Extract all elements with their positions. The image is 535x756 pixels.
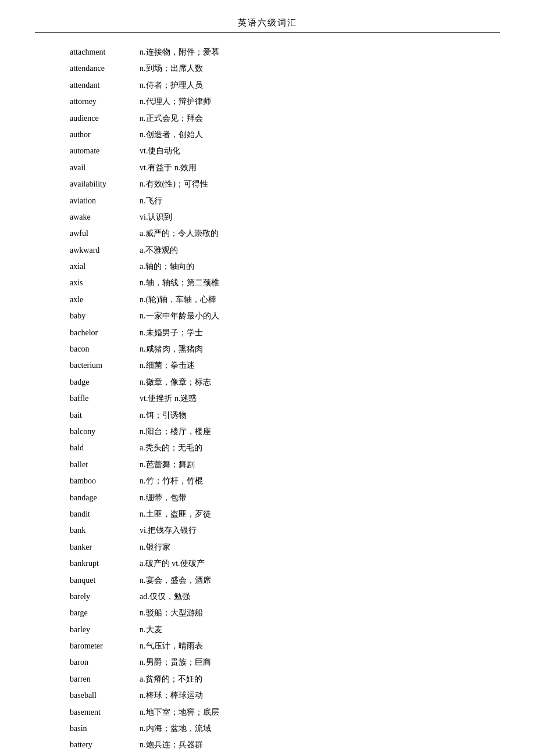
vocab-definition: n.炮兵连；兵器群: [128, 737, 500, 753]
vocab-word: attendant: [35, 77, 128, 94]
vocab-word: awful: [35, 225, 128, 242]
vocab-row: bafflevt.使挫折 n.迷惑: [35, 390, 500, 407]
vocab-definition: vt.使自动化: [128, 143, 500, 159]
vocab-definition: a.不雅观的: [128, 242, 500, 259]
vocab-word: attendance: [35, 60, 128, 77]
vocab-definition: n.棒球；棒球运动: [128, 687, 500, 704]
vocab-definition: n.宴会，盛会，酒席: [128, 572, 500, 589]
vocab-word: audience: [35, 110, 128, 127]
vocab-row: babyn.一家中年龄最小的人: [35, 308, 500, 324]
vocab-definition: n.驳船；大型游船: [128, 605, 500, 621]
vocab-row: barleyn.大麦: [35, 622, 500, 638]
vocab-row: audiencen.正式会见；拜会: [35, 110, 500, 127]
vocab-definition: n.男爵；贵族；巨商: [128, 654, 500, 671]
vocab-definition: n.代理人；辩护律师: [128, 94, 500, 110]
vocab-row: bacteriumn.细菌；拳击迷: [35, 357, 500, 374]
vocab-definition: vt.有益于 n.效用: [128, 160, 500, 176]
vocab-row: attorneyn.代理人；辩护律师: [35, 94, 500, 110]
vocab-row: baseballn.棒球；棒球运动: [35, 687, 500, 704]
vocab-definition: a.秃头的；无毛的: [128, 440, 500, 456]
vocab-row: baitn.饵；引诱物: [35, 407, 500, 424]
vocab-word: awake: [35, 209, 128, 225]
vocab-row: availabilityn.有效(性)；可得性: [35, 176, 500, 192]
vocab-definition: n.(轮)轴，车轴，心棒: [128, 292, 500, 308]
vocab-row: balda.秃头的；无毛的: [35, 440, 500, 456]
vocab-word: bandit: [35, 506, 128, 522]
vocab-word: battle: [35, 754, 128, 756]
vocab-definition: n.一家中年龄最小的人: [128, 308, 500, 324]
vocab-definition: a.轴的；轴向的: [128, 259, 500, 275]
vocab-word: axial: [35, 259, 128, 275]
vocab-row: aviationn.飞行: [35, 193, 500, 209]
vocab-row: balletn.芭蕾舞；舞剧: [35, 457, 500, 473]
vocab-word: barge: [35, 605, 128, 621]
vocab-definition: n.地下室；地窖；底层: [128, 704, 500, 721]
vocab-row: axlen.(轮)轴，车轴，心棒: [35, 292, 500, 308]
vocab-row: bamboon.竹；竹杆，竹棍: [35, 473, 500, 489]
vocab-row: barrena.贫瘠的；不妊的: [35, 671, 500, 687]
vocab-definition: n.未婚男子；学士: [128, 325, 500, 341]
vocab-row: banquetn.宴会，盛会，酒席: [35, 572, 500, 589]
vocab-definition: ad.仅仅，勉强: [128, 589, 500, 605]
vocab-word: barometer: [35, 638, 128, 654]
vocab-row: bankrupta.破产的 vt.使破产: [35, 556, 500, 572]
vocab-definition: n.侍者；护理人员: [128, 77, 500, 94]
vocab-definition: n.气压计，晴雨表: [128, 638, 500, 654]
vocab-row: attachmentn.连接物，附件；爱慕: [35, 44, 500, 60]
vocab-definition: n.徽章，像章；标志: [128, 374, 500, 390]
vocab-word: axis: [35, 275, 128, 291]
vocab-word: banquet: [35, 572, 128, 589]
vocab-row: bankern.银行家: [35, 539, 500, 556]
vocab-row: bandagen.绷带，包带: [35, 490, 500, 506]
vocab-row: basinn.内海；盆地，流域: [35, 721, 500, 737]
vocab-row: bankvi.把钱存入银行: [35, 522, 500, 539]
vocab-word: availability: [35, 176, 128, 192]
vocab-word: bait: [35, 407, 128, 424]
vocab-definition: n.竹；竹杆，竹棍: [128, 473, 500, 489]
vocab-row: barometern.气压计，晴雨表: [35, 638, 500, 654]
vocab-word: barren: [35, 671, 128, 687]
vocab-row: basementn.地下室；地窖；底层: [35, 704, 500, 721]
vocab-word: bachelor: [35, 325, 128, 341]
vocab-definition: vi.认识到: [128, 209, 500, 225]
vocab-definition: n.银行家: [128, 539, 500, 556]
vocab-word: bankrupt: [35, 556, 128, 572]
vocab-word: barely: [35, 589, 128, 605]
vocab-definition: n.正式会见；拜会: [128, 110, 500, 127]
vocab-row: automatevt.使自动化: [35, 143, 500, 159]
vocab-row: baronn.男爵；贵族；巨商: [35, 654, 500, 671]
vocab-row: awakevi.认识到: [35, 209, 500, 225]
vocab-word: barley: [35, 622, 128, 638]
vocab-word: bacon: [35, 341, 128, 357]
vocab-row: awkwarda.不雅观的: [35, 242, 500, 259]
vocab-row: badgen.徽章，像章；标志: [35, 374, 500, 390]
vocab-row: balconyn.阳台；楼厅，楼座: [35, 424, 500, 440]
vocab-definition: vi.把钱存入银行: [128, 522, 500, 539]
vocab-definition: n.内海；盆地，流域: [128, 721, 500, 737]
vocab-definition: n.飞行: [128, 193, 500, 209]
vocab-word: attorney: [35, 94, 128, 110]
vocab-table: attachmentn.连接物，附件；爱慕attendancen.到场；出席人数…: [35, 44, 500, 756]
vocab-row: awfula.威严的；令人崇敬的: [35, 225, 500, 242]
vocab-row: baconn.咸猪肉，熏猪肉: [35, 341, 500, 357]
vocab-word: ballet: [35, 457, 128, 473]
vocab-word: bandage: [35, 490, 128, 506]
vocab-definition: a.破产的 vt.使破产: [128, 556, 500, 572]
vocab-definition: n.有效(性)；可得性: [128, 176, 500, 192]
vocab-word: baffle: [35, 390, 128, 407]
vocab-row: battlevi.战斗 vt.与…作战: [35, 754, 500, 756]
vocab-word: baseball: [35, 687, 128, 704]
vocab-word: bamboo: [35, 473, 128, 489]
page-title: 英语六级词汇: [35, 17, 500, 28]
vocab-definition: n.创造者，创始人: [128, 127, 500, 143]
vocab-row: banditn.土匪，盗匪，歹徒: [35, 506, 500, 522]
vocab-word: aviation: [35, 193, 128, 209]
vocab-definition: n.连接物，附件；爱慕: [128, 44, 500, 60]
vocab-word: awkward: [35, 242, 128, 259]
vocab-definition: n.到场；出席人数: [128, 60, 500, 77]
vocab-definition: n.咸猪肉，熏猪肉: [128, 341, 500, 357]
vocab-row: attendancen.到场；出席人数: [35, 60, 500, 77]
vocab-definition: n.绷带，包带: [128, 490, 500, 506]
vocab-definition: a.威严的；令人崇敬的: [128, 225, 500, 242]
vocab-word: attachment: [35, 44, 128, 60]
